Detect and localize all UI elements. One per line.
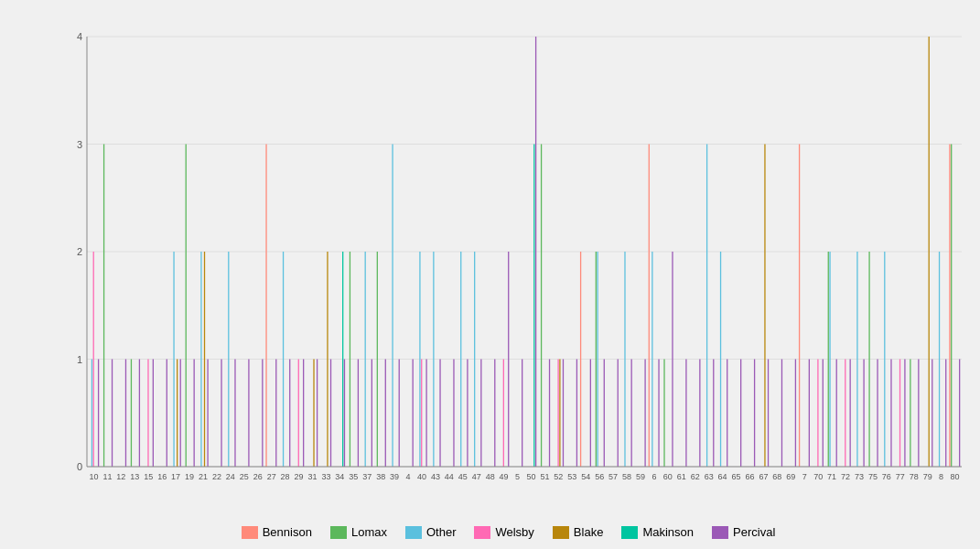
chart-container: BennisonLomaxOtherWelsbyBlakeMakinsonPer… (0, 0, 980, 549)
legend-label-lomax: Lomax (351, 525, 387, 539)
legend-color-welsby (474, 526, 490, 539)
legend-color-bennison (242, 526, 258, 539)
legend-color-blake (553, 526, 569, 539)
legend-label-blake: Blake (574, 525, 604, 539)
chart-area (46, 18, 971, 516)
legend-color-makinson (621, 526, 638, 539)
legend-item-welsby: Welsby (474, 525, 533, 539)
legend-item-blake: Blake (553, 525, 604, 539)
legend-color-other (405, 526, 422, 539)
legend-label-other: Other (426, 525, 457, 539)
legend-item-makinson: Makinson (621, 525, 694, 539)
legend-label-makinson: Makinson (642, 525, 694, 539)
legend-label-welsby: Welsby (495, 525, 533, 539)
chart-legend: BennisonLomaxOtherWelsbyBlakeMakinsonPer… (46, 516, 971, 544)
legend-color-lomax (330, 526, 347, 539)
legend-label-percival: Percival (733, 525, 775, 539)
legend-item-other: Other (405, 525, 457, 539)
legend-color-percival (712, 526, 728, 539)
bar-chart-canvas (46, 18, 971, 512)
legend-item-bennison: Bennison (242, 525, 312, 539)
legend-label-bennison: Bennison (263, 525, 312, 539)
legend-item-percival: Percival (712, 525, 775, 539)
legend-item-lomax: Lomax (330, 525, 387, 539)
